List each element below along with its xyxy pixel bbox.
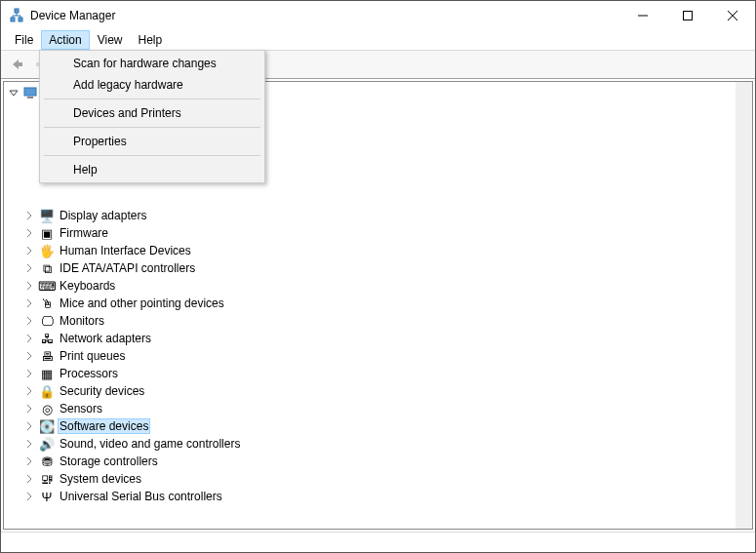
action-menu-dropdown: Scan for hardware changesAdd legacy hard… [39,50,265,183]
tree-item-processors[interactable]: ▦Processors [22,365,752,382]
vertical-scrollbar[interactable] [736,82,752,529]
tree-item-label: Software devices [58,418,150,434]
menuitem-properties[interactable]: Properties [42,131,262,152]
tree-item-label: Firmware [58,226,110,240]
svg-rect-4 [684,12,693,20]
tree-item-network-adapters[interactable]: 🖧Network adapters [22,330,752,347]
chevron-right-icon[interactable] [22,335,36,342]
device-category-icon: ▣ [39,225,55,241]
tree-item-mice-and-other-pointing-devices[interactable]: 🖱Mice and other pointing devices [22,295,752,312]
tree-item-ide-ata-atapi-controllers[interactable]: ⧉IDE ATA/ATAPI controllers [22,259,752,277]
device-category-icon: ⧉ [39,260,55,276]
device-category-icon: ⌨ [39,278,55,294]
tree-item-label: Network adapters [58,332,153,345]
tree-item-sound-video-and-game-controllers[interactable]: 🔊Sound, video and game controllers [22,435,752,453]
tree-item-sensors[interactable]: ◎Sensors [22,400,752,417]
tree-item-label: Sensors [58,402,104,415]
device-category-icon: ◎ [39,401,55,416]
chevron-right-icon[interactable] [22,457,36,465]
tree-item-label: Security devices [58,384,146,398]
chevron-right-icon[interactable] [22,247,36,255]
device-category-icon: 🖶 [39,348,55,364]
pc-icon [22,85,38,100]
chevron-right-icon[interactable] [22,493,36,500]
menu-help[interactable]: Help [131,30,171,50]
status-bar [1,532,755,552]
menuitem-help[interactable]: Help [42,159,262,180]
app-icon [9,8,24,23]
tree-item-storage-controllers[interactable]: ⛃Storage controllers [22,453,752,470]
tree-item-security-devices[interactable]: 🔒Security devices [22,382,752,400]
chevron-right-icon[interactable] [22,212,36,219]
menuitem-scan-for-hardware-changes[interactable]: Scan for hardware changes [42,53,262,74]
menuitem-add-legacy-hardware[interactable]: Add legacy hardware [42,74,262,96]
svg-rect-0 [15,9,19,13]
titlebar: Device Manager [1,1,755,30]
tree-item-human-interface-devices[interactable]: 🖐Human Interface Devices [22,242,752,259]
tree-item-label: Keyboards [58,279,117,293]
window-title: Device Manager [30,9,115,22]
chevron-right-icon[interactable] [22,229,36,237]
tree-item-label: Print queues [58,349,127,363]
chevron-right-icon[interactable] [22,282,36,290]
svg-rect-7 [18,62,22,66]
chevron-right-icon[interactable] [22,405,36,413]
menu-action[interactable]: Action [41,30,89,50]
device-category-icon: 💽 [39,418,55,434]
minimize-button[interactable] [620,1,665,30]
expander-open-icon[interactable] [7,88,20,98]
tree-item-label: Monitors [58,314,106,328]
tree-item-label: System devices [58,472,143,486]
window-controls [620,1,755,30]
tree-item-display-adapters[interactable]: 🖥️Display adapters [22,207,752,224]
tree-item-keyboards[interactable]: ⌨Keyboards [22,277,752,295]
chevron-right-icon[interactable] [22,422,36,430]
chevron-right-icon[interactable] [22,475,36,483]
device-category-icon: 🖐 [39,243,55,258]
tree-item-system-devices[interactable]: 🖳System devices [22,470,752,488]
tree-item-label: Display adapters [58,209,148,222]
menubar: FileActionViewHelp [1,30,755,50]
tree-item-label: Sound, video and game controllers [58,437,242,451]
chevron-right-icon[interactable] [22,352,36,360]
menu-separator [44,99,260,99]
device-category-icon: ▦ [39,366,55,381]
tree-item-firmware[interactable]: ▣Firmware [22,224,752,242]
device-category-icon: 🖧 [39,331,55,346]
chevron-right-icon[interactable] [22,299,36,307]
device-manager-window: Device Manager FileActionViewHelp [0,0,756,553]
tree-item-label: Storage controllers [58,454,160,468]
device-category-icon: 🖱 [39,296,55,311]
tree-item-label: Mice and other pointing devices [58,296,226,310]
chevron-right-icon[interactable] [22,264,36,272]
menu-separator [44,155,260,156]
tree-item-print-queues[interactable]: 🖶Print queues [22,347,752,365]
chevron-right-icon[interactable] [22,387,36,395]
menu-view[interactable]: View [90,30,131,50]
device-category-icon: Ψ [39,489,55,504]
svg-rect-2 [19,18,22,21]
device-category-icon: 🖥️ [39,208,55,223]
menu-separator [44,127,260,128]
device-category-icon: 🔊 [39,436,55,452]
tree-item-monitors[interactable]: 🖵Monitors [22,312,752,330]
device-category-icon: 🔒 [39,383,55,399]
chevron-right-icon[interactable] [22,370,36,377]
menuitem-devices-and-printers[interactable]: Devices and Printers [42,102,262,124]
tree-item-software-devices[interactable]: 💽Software devices [22,417,752,435]
svg-rect-1 [11,18,15,21]
device-category-icon: ⛃ [39,454,55,469]
close-button[interactable] [710,1,755,30]
maximize-button[interactable] [665,1,710,30]
menu-file[interactable]: File [7,30,41,50]
tree-item-label: Processors [58,367,120,380]
titlebar-left: Device Manager [9,8,115,23]
chevron-right-icon[interactable] [22,317,36,325]
tree-item-universal-serial-bus-controllers[interactable]: ΨUniversal Serial Bus controllers [22,488,752,505]
chevron-right-icon[interactable] [22,440,36,448]
svg-rect-10 [27,97,33,99]
tree-item-label: Universal Serial Bus controllers [58,490,224,503]
back-button[interactable] [5,53,28,76]
svg-rect-9 [24,88,36,96]
device-category-icon: 🖵 [39,313,55,329]
